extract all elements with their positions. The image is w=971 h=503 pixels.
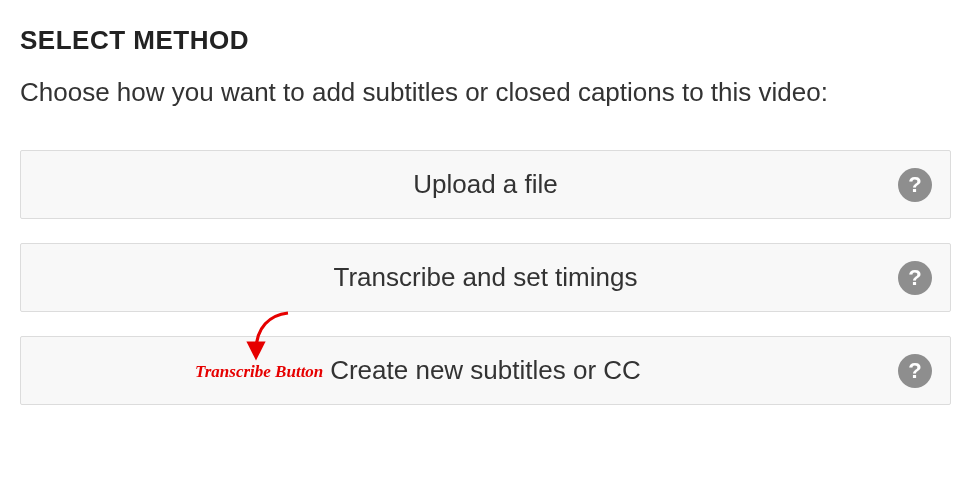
create-subtitles-button[interactable]: Create new subtitles or CC ?	[20, 336, 951, 405]
help-icon[interactable]: ?	[898, 168, 932, 202]
option-label: Transcribe and set timings	[334, 262, 638, 293]
help-icon[interactable]: ?	[898, 261, 932, 295]
page-heading: SELECT METHOD	[20, 25, 951, 56]
option-label: Create new subtitles or CC	[330, 355, 641, 386]
method-options: Upload a file ? Transcribe and set timin…	[20, 150, 951, 405]
transcribe-timings-button[interactable]: Transcribe and set timings ?	[20, 243, 951, 312]
help-icon[interactable]: ?	[898, 354, 932, 388]
option-label: Upload a file	[413, 169, 558, 200]
annotation-label: Transcribe Button	[195, 362, 323, 382]
upload-file-button[interactable]: Upload a file ?	[20, 150, 951, 219]
page-description: Choose how you want to add subtitles or …	[20, 74, 951, 110]
